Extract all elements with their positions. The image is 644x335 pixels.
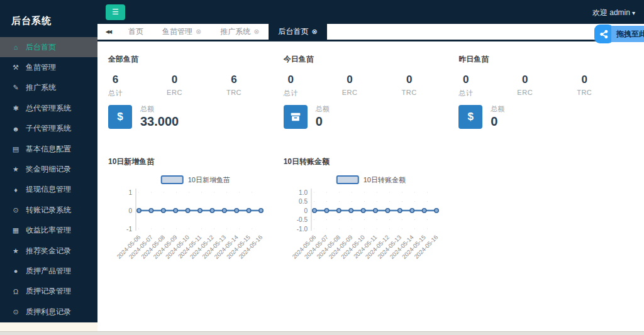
tab-close-icon[interactable]: ⊗ — [311, 28, 317, 36]
sidebar-item-3[interactable]: ✱总代管理系统 — [0, 98, 97, 118]
sidebar-item-label: 推广系统 — [26, 82, 56, 93]
metric-value: 6 — [108, 74, 123, 86]
sidebar-item-label: 收益比率管理 — [26, 225, 71, 236]
welcome-text: 欢迎 admin — [592, 8, 630, 17]
asterisk-icon: ✱ — [11, 104, 20, 113]
sidebar-item-6[interactable]: ★奖金明细记录 — [0, 159, 97, 179]
chart-canvas[interactable]: 10日转账金额1.00.50-0.5-1.02024-05-062024-05-… — [284, 168, 448, 277]
tab-label: 后台首页 — [278, 26, 308, 37]
tab-0[interactable]: 首页 — [119, 24, 153, 40]
metric-value: 0 — [167, 74, 182, 86]
stat-metrics: 6总计0ERC6TRC — [108, 74, 242, 98]
metric-label: 总计 — [108, 89, 123, 98]
main-content: 全部鱼苗6总计0ERC6TRC$总额33.000今日鱼苗0总计0ERC0TRC总… — [97, 41, 644, 322]
comment-icon: ● — [11, 267, 20, 275]
metric-label: 总计 — [284, 89, 298, 98]
stat-block-0: 全部鱼苗6总计0ERC6TRC$总额33.000 — [108, 54, 284, 129]
metric: 0ERC — [167, 74, 182, 98]
svg-text:0: 0 — [304, 207, 308, 214]
upload-overlay[interactable]: 拖拽至此上传 — [594, 25, 644, 43]
metric-value: 0 — [577, 74, 592, 86]
edit-icon: ✎ — [11, 84, 20, 92]
sidebar-item-label: 总代管理系统 — [26, 103, 71, 114]
tab-label: 鱼苗管理 — [162, 26, 192, 37]
stat-title: 今日鱼苗 — [284, 54, 447, 65]
page: 后台系统 ⌂后台首页⚒鱼苗管理✎推广系统✱总代管理系统☻子代管理系统▤基本信息配… — [0, 0, 644, 335]
sidebar-item-12[interactable]: Ω质押记录管理 — [0, 282, 97, 302]
chart-canvas[interactable]: 10日新增鱼苗10-12024-05-062024-05-072024-05-0… — [108, 168, 273, 277]
total-value: 33.000 — [140, 114, 179, 129]
file-icon: ▤ — [11, 145, 20, 153]
magnet-icon: Ω — [11, 288, 20, 295]
sidebar-item-10[interactable]: ★推荐奖金记录 — [0, 241, 97, 261]
wrench-icon: ⚒ — [11, 63, 20, 72]
sidebar-item-8[interactable]: ⊙转账记录系统 — [0, 200, 97, 220]
metric: 0总计 — [284, 74, 298, 98]
metric-label: ERC — [342, 89, 358, 96]
sidebar-item-label: 奖金明细记录 — [26, 164, 71, 175]
total-text: 总额33.000 — [140, 104, 179, 129]
sidebar-item-label: 推荐奖金记录 — [26, 246, 71, 256]
chart-block-0: 10日新增鱼苗10日新增鱼苗10-12024-05-062024-05-0720… — [108, 157, 284, 277]
metric: 6TRC — [226, 74, 242, 98]
stat-title: 昨日鱼苗 — [458, 54, 621, 65]
tag-icon: ♦ — [11, 186, 20, 194]
chart-title: 10日转账金额 — [284, 157, 459, 167]
hamburger-icon: ☰ — [112, 8, 119, 16]
total-row: $总额0 — [458, 104, 621, 129]
users-icon: ☻ — [11, 125, 20, 133]
sidebar-item-label: 质押产品管理 — [26, 266, 71, 277]
metric-value: 0 — [517, 74, 533, 86]
menu-toggle-button[interactable]: ☰ — [106, 4, 125, 20]
chart-title: 10日新增鱼苗 — [108, 157, 284, 167]
total-row: 总额0 — [284, 104, 447, 129]
tab-3[interactable]: 后台首页⊗ — [269, 24, 326, 40]
sidebar-menu: ⌂后台首页⚒鱼苗管理✎推广系统✱总代管理系统☻子代管理系统▤基本信息配置★奖金明… — [0, 37, 97, 322]
metric: 0总计 — [458, 74, 473, 98]
star-icon: ★ — [11, 247, 20, 255]
tab-label: 首页 — [128, 26, 143, 37]
dollar-icon: $ — [108, 105, 132, 129]
star-icon: ★ — [11, 165, 20, 173]
metric-label: ERC — [167, 89, 182, 96]
sidebar-item-13[interactable]: ⊙质押利息记录 — [0, 302, 97, 322]
sidebar-item-4[interactable]: ☻子代管理系统 — [0, 119, 97, 139]
tabs-scroll-left-button[interactable]: ◀◀ — [97, 24, 119, 40]
total-label: 总额 — [491, 104, 504, 114]
sidebar: 后台系统 ⌂后台首页⚒鱼苗管理✎推广系统✱总代管理系统☻子代管理系统▤基本信息配… — [0, 0, 97, 322]
sidebar-item-label: 鱼苗管理 — [26, 62, 56, 73]
total-row: $总额33.000 — [108, 104, 271, 129]
metric-value: 0 — [342, 74, 358, 86]
sidebar-item-2[interactable]: ✎推广系统 — [0, 78, 97, 98]
user-menu[interactable]: 欢迎 admin▾ — [592, 8, 635, 18]
metric: 0TRC — [402, 74, 417, 98]
sidebar-item-1[interactable]: ⚒鱼苗管理 — [0, 57, 97, 77]
metric-value: 6 — [226, 74, 242, 86]
sidebar-item-label: 质押记录管理 — [26, 286, 71, 297]
sidebar-item-11[interactable]: ●质押产品管理 — [0, 261, 97, 281]
sidebar-item-0[interactable]: ⌂后台首页 — [0, 37, 97, 57]
metric-label: ERC — [517, 89, 533, 96]
sidebar-item-label: 后台首页 — [26, 42, 56, 53]
tab-2[interactable]: 推广系统⊗ — [211, 24, 269, 40]
tab-label: 推广系统 — [220, 26, 250, 37]
tab-close-icon[interactable]: ⊗ — [196, 28, 201, 36]
stat-block-2: 昨日鱼苗0总计0ERC0TRC$总额0 — [458, 54, 634, 129]
tabs: 首页鱼苗管理⊗推广系统⊗后台首页⊗ — [119, 24, 327, 40]
sidebar-item-9[interactable]: ▦收益比率管理 — [0, 221, 97, 241]
svg-text:0: 0 — [128, 207, 132, 214]
svg-text:10日转账金额: 10日转账金额 — [363, 176, 405, 184]
total-text: 总额0 — [491, 104, 504, 129]
metric-label: 总计 — [458, 89, 473, 98]
metric-label: TRC — [402, 89, 417, 96]
metric: 6总计 — [108, 74, 123, 98]
caret-down-icon: ▾ — [632, 9, 635, 16]
tab-1[interactable]: 鱼苗管理⊗ — [153, 24, 211, 40]
home-icon: ⌂ — [11, 43, 20, 51]
total-value: 0 — [491, 114, 504, 129]
sidebar-item-7[interactable]: ♦提现信息管理 — [0, 180, 97, 200]
tab-close-icon[interactable]: ⊗ — [253, 28, 259, 36]
total-value: 0 — [316, 114, 330, 129]
chart-block-1: 10日转账金额10日转账金额1.00.50-0.5-1.02024-05-062… — [284, 157, 459, 277]
sidebar-item-5[interactable]: ▤基本信息配置 — [0, 139, 97, 159]
